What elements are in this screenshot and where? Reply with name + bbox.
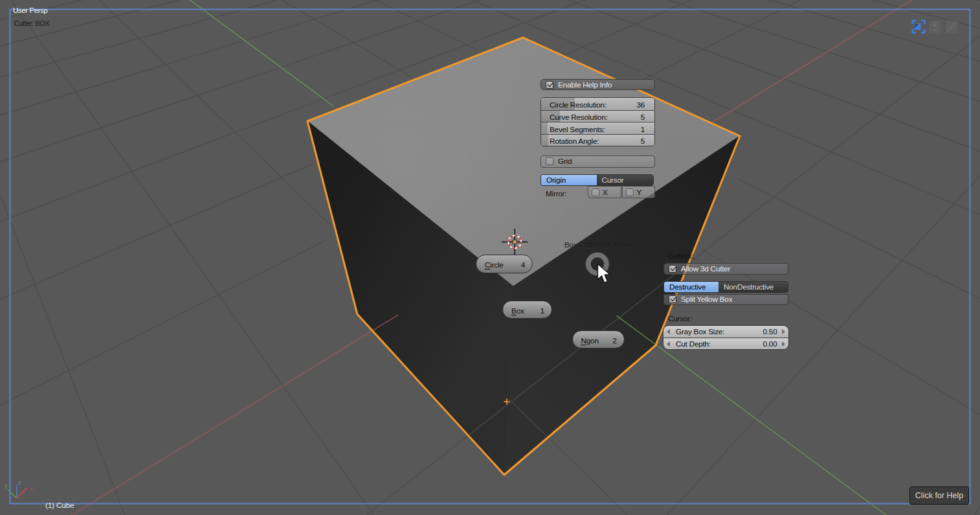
svg-text:z: z <box>18 479 21 486</box>
svg-text:y: y <box>5 483 8 489</box>
svg-text:x: x <box>30 485 33 492</box>
